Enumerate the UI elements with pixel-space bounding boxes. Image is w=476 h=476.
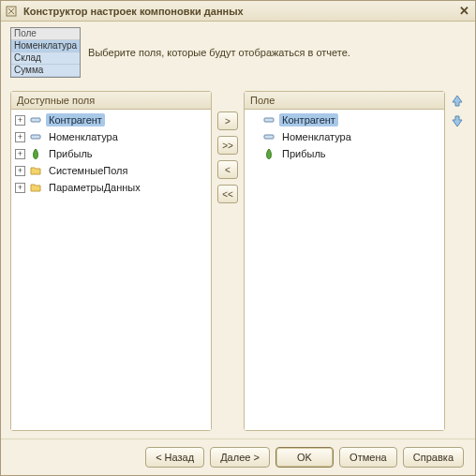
available-fields-list[interactable]: +Контрагент+Номенклатура+Прибыль+Системн…: [11, 110, 211, 430]
help-button[interactable]: Справка: [403, 447, 464, 468]
close-icon[interactable]: ✕: [456, 4, 471, 19]
tree-item-label: Прибыль: [279, 147, 329, 160]
expand-icon[interactable]: +: [15, 183, 25, 193]
preview-header: Поле: [11, 28, 80, 40]
tree-item-label: Контрагент: [279, 113, 338, 126]
cancel-button[interactable]: Отмена: [339, 447, 397, 468]
window-title: Конструктор настроек компоновки данных: [23, 6, 456, 17]
expand-spacer: [248, 115, 259, 126]
tree-item[interactable]: Контрагент: [245, 112, 444, 128]
remove-button[interactable]: <: [217, 160, 238, 179]
tree-item-label: Номенклатура: [279, 130, 354, 143]
tree-item[interactable]: +ПараметрыДанных: [11, 179, 211, 196]
expand-spacer: [248, 132, 259, 142]
expand-icon[interactable]: +: [15, 115, 25, 126]
footer: < Назад Далее > OK Отмена Справка: [1, 439, 475, 475]
tree-item[interactable]: Номенклатура: [245, 128, 444, 145]
next-button[interactable]: Далее >: [210, 447, 270, 468]
instruction-text: Выберите поля, которые будут отображатьс…: [88, 47, 350, 58]
titlebar: Конструктор настроек компоновки данных ✕: [1, 1, 475, 22]
tree-item[interactable]: +Номенклатура: [11, 128, 211, 145]
expand-icon[interactable]: +: [15, 166, 25, 176]
expand-icon[interactable]: +: [15, 132, 25, 142]
move-up-icon[interactable]: [450, 93, 465, 108]
svg-rect-3: [264, 118, 274, 122]
tree-item[interactable]: +Контрагент: [11, 112, 211, 128]
svg-rect-4: [264, 135, 274, 139]
expand-spacer: [248, 149, 259, 159]
dash-icon: [29, 130, 42, 143]
dash-icon: [29, 113, 42, 126]
dash-icon: [262, 113, 275, 126]
expand-icon[interactable]: +: [15, 149, 25, 159]
header-area: Поле Номенклатура Склад Сумма Выберите п…: [1, 22, 475, 83]
tree-item[interactable]: +СистемныеПоля: [11, 162, 211, 179]
reorder-buttons: [449, 91, 466, 431]
move-down-icon[interactable]: [450, 113, 465, 128]
add-button[interactable]: >: [217, 112, 238, 130]
svg-rect-1: [31, 118, 40, 122]
selected-fields-panel: Поле КонтрагентНоменклатураПрибыль: [244, 91, 445, 431]
add-all-button[interactable]: >>: [217, 136, 238, 155]
tree-item-label: СистемныеПоля: [46, 164, 130, 177]
body-area: Доступные поля +Контрагент+Номенклатура+…: [1, 83, 475, 439]
tree-item-label: Прибыль: [46, 147, 96, 160]
preview-row: Номенклатура: [11, 40, 80, 52]
folder-icon: [29, 181, 42, 194]
selected-fields-list[interactable]: КонтрагентНоменклатураПрибыль: [245, 110, 444, 430]
selected-fields-header: Поле: [245, 92, 444, 110]
tree-item-label: Контрагент: [46, 113, 105, 126]
tree-item-label: Номенклатура: [46, 130, 121, 143]
available-fields-header: Доступные поля: [11, 92, 211, 110]
folder-icon: [29, 164, 42, 177]
dialog-window: Конструктор настроек компоновки данных ✕…: [0, 0, 476, 476]
svg-rect-2: [31, 135, 40, 139]
green-icon: [262, 147, 275, 160]
remove-all-button[interactable]: <<: [217, 185, 238, 203]
dash-icon: [262, 130, 275, 143]
tree-item-label: ПараметрыДанных: [46, 181, 143, 194]
transfer-buttons: > >> < <<: [216, 91, 240, 431]
ok-button[interactable]: OK: [275, 447, 334, 468]
green-icon: [29, 147, 42, 160]
preview-row: Сумма: [11, 65, 80, 77]
available-fields-panel: Доступные поля +Контрагент+Номенклатура+…: [10, 91, 212, 431]
app-icon: [5, 5, 18, 18]
tree-item[interactable]: Прибыль: [245, 145, 444, 162]
back-button[interactable]: < Назад: [145, 447, 204, 468]
field-preview: Поле Номенклатура Склад Сумма: [10, 27, 81, 78]
preview-row: Склад: [11, 52, 80, 65]
tree-item[interactable]: +Прибыль: [11, 145, 211, 162]
